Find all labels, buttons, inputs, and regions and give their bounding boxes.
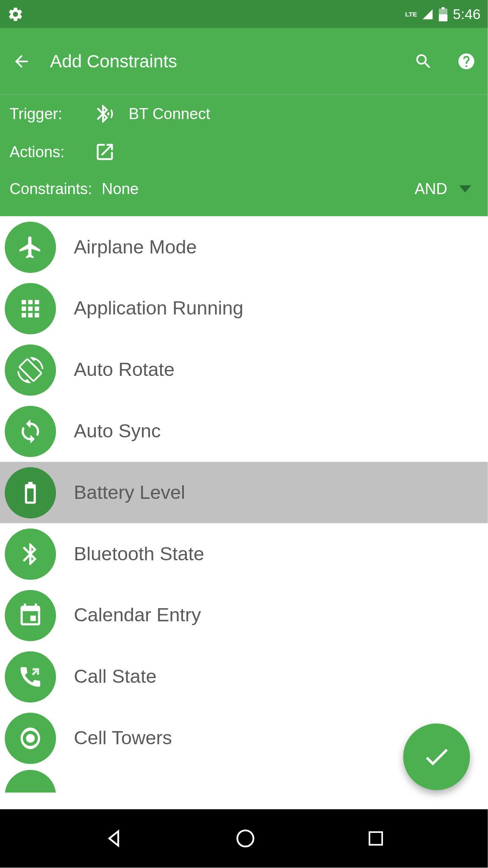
actions-label: Actions: (9, 143, 87, 161)
apps-icon (5, 283, 56, 334)
constraints-value: None (102, 180, 415, 198)
constraint-label: Call State (74, 666, 156, 688)
settings-icon (7, 6, 24, 22)
trigger-row: Trigger: BT Connect (9, 95, 478, 133)
constraint-label: Calendar Entry (74, 604, 201, 626)
constraint-label: Auto Sync (74, 420, 161, 442)
airplane-icon (5, 221, 56, 273)
constraint-auto-sync[interactable]: Auto Sync (0, 401, 488, 462)
battery-icon (5, 467, 56, 518)
network-label: LTE (405, 11, 417, 18)
call-icon (5, 651, 56, 702)
actions-row: Actions: (9, 133, 478, 171)
svg-point-3 (237, 830, 253, 846)
constraint-battery-level[interactable]: Battery Level (0, 462, 488, 523)
page-title: Add Constraints (50, 51, 414, 72)
constraint-label: Bluetooth State (74, 543, 204, 565)
constraint-label: Airplane Mode (74, 236, 197, 258)
constraint-label: Battery Level (74, 481, 185, 504)
bluetooth-icon (87, 103, 122, 125)
tower-icon (5, 712, 56, 764)
clock-time: 5:46 (453, 6, 481, 22)
constraints-row: Constraints: None AND (9, 171, 478, 207)
svg-rect-1 (439, 14, 447, 21)
help-button[interactable] (457, 52, 476, 71)
confirm-button[interactable] (403, 723, 470, 790)
constraint-calendar-entry[interactable]: Calendar Entry (0, 584, 488, 646)
battery-icon (438, 7, 448, 21)
constraint-label: Application Running (74, 298, 243, 320)
partial-icon (5, 770, 56, 793)
constraints-list: Airplane Mode Application Running Auto R… (0, 216, 488, 793)
nav-back-button[interactable] (103, 828, 125, 849)
app-bar: Add Constraints (0, 28, 488, 95)
rotate-icon (5, 344, 56, 395)
signal-icon (422, 8, 434, 20)
constraint-airplane-mode[interactable]: Airplane Mode (0, 216, 488, 278)
navigation-bar (0, 809, 488, 868)
status-bar: LTE 5:46 (0, 0, 488, 28)
sync-icon (5, 406, 56, 457)
constraint-auto-rotate[interactable]: Auto Rotate (0, 339, 488, 401)
trigger-value: BT Connect (129, 105, 210, 123)
constraint-label: Auto Rotate (74, 359, 175, 381)
constraint-application-running[interactable]: Application Running (0, 278, 488, 339)
dropdown-arrow-icon (459, 185, 471, 192)
nav-home-button[interactable] (234, 828, 256, 849)
search-button[interactable] (414, 52, 433, 71)
constraint-call-state[interactable]: Call State (0, 646, 488, 707)
svg-rect-4 (369, 832, 382, 845)
constraint-label: Cell Towers (74, 727, 172, 749)
constraint-bluetooth-state[interactable]: Bluetooth State (0, 523, 488, 584)
trigger-label: Trigger: (9, 105, 87, 123)
logic-operator-label: AND (415, 180, 447, 198)
nav-recent-button[interactable] (366, 829, 385, 848)
logic-dropdown[interactable]: AND (415, 180, 478, 198)
bluetooth-icon (5, 528, 56, 579)
open-external-icon[interactable] (87, 141, 122, 163)
info-section: Trigger: BT Connect Actions: Constraints… (0, 95, 488, 217)
svg-rect-2 (442, 7, 445, 9)
calendar-icon (5, 590, 56, 641)
back-button[interactable] (12, 52, 31, 71)
constraints-label: Constraints: (9, 180, 92, 198)
